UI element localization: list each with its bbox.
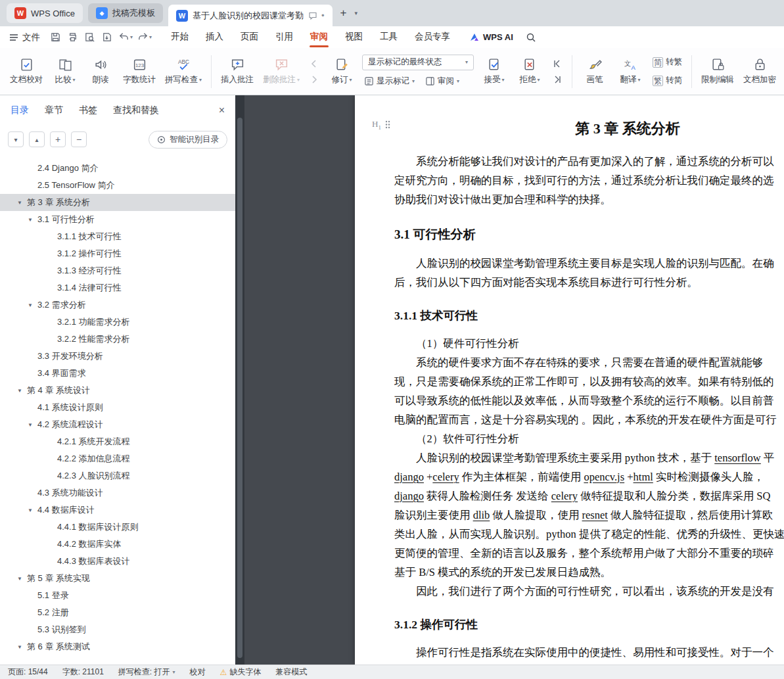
toc-item[interactable]: 4.4.3 数据库表设计 bbox=[0, 553, 235, 570]
show-markup-button[interactable]: 显示标记 ▾ bbox=[362, 74, 417, 89]
tab-list-caret-icon[interactable]: ▾ bbox=[354, 10, 357, 16]
search-icon[interactable] bbox=[522, 30, 540, 45]
sidebar-tab-find-replace[interactable]: 查找和替换 bbox=[113, 105, 159, 116]
toc-zoom-out-button[interactable]: − bbox=[71, 131, 87, 147]
scrollbar-thumb[interactable] bbox=[237, 118, 242, 658]
to-simplified-button[interactable]: 繁 转简 bbox=[651, 74, 684, 88]
print-preview-button[interactable] bbox=[81, 30, 98, 45]
toc-item[interactable]: 3.4 界面需求 bbox=[0, 365, 235, 382]
spellcheck-toggle[interactable]: 拼写检查: 打开 ▾ bbox=[118, 667, 175, 678]
missing-font-warning[interactable]: ⚠ 缺失字体 bbox=[220, 667, 262, 678]
toc-item[interactable]: 4.4.1 数据库设计原则 bbox=[0, 519, 235, 536]
toc-item[interactable]: 4.2.3 人脸识别流程 bbox=[0, 467, 235, 484]
toc-item[interactable]: ▼3.2 需求分析 bbox=[0, 296, 235, 314]
export-pdf-button[interactable] bbox=[98, 30, 115, 45]
spell-check-button[interactable]: ABC 拼写检查▾ bbox=[160, 51, 206, 92]
new-tab-button[interactable]: + bbox=[338, 7, 350, 20]
word-count-indicator[interactable]: 字数: 21101 bbox=[62, 667, 104, 678]
toc-item[interactable]: 5.1 登录 bbox=[0, 587, 235, 604]
toc-item[interactable]: 4.2.1 系统开发流程 bbox=[0, 433, 235, 450]
undo-caret-icon[interactable]: ▾ bbox=[130, 34, 133, 40]
tab-docer-template[interactable]: ◆ 找稿壳模板 bbox=[88, 3, 163, 23]
toc-collapse-arrow-icon[interactable]: ▼ bbox=[17, 644, 27, 650]
toc-collapse-all-button[interactable]: ▴ bbox=[29, 131, 45, 147]
menu-member[interactable]: 会员专享 bbox=[406, 26, 459, 48]
toc-zoom-in-button[interactable]: + bbox=[50, 131, 66, 147]
toc-item[interactable]: ▼3.1 可行性分析 bbox=[0, 211, 235, 228]
toc-item[interactable]: 2.4 Django 简介 bbox=[0, 160, 235, 177]
track-changes-button[interactable]: 修订▾ bbox=[324, 51, 359, 92]
markup-state-dropdown[interactable]: 显示标记的最终状态 ▾ bbox=[362, 55, 474, 70]
toc-item[interactable]: 5.3 识别签到 bbox=[0, 621, 235, 638]
menu-view[interactable]: 视图 bbox=[336, 26, 371, 48]
menu-page[interactable]: 页面 bbox=[232, 26, 267, 48]
translate-button[interactable]: 文A 翻译▾ bbox=[612, 51, 648, 92]
toc-item[interactable]: ▼第 4 章 系统设计 bbox=[0, 382, 235, 399]
read-aloud-button[interactable]: 朗读 bbox=[83, 51, 118, 92]
sidebar-tab-chapters[interactable]: 章节 bbox=[45, 105, 63, 116]
toc-item[interactable]: 4.4.2 数据库实体 bbox=[0, 536, 235, 553]
toc-item[interactable]: 4.1 系统设计原则 bbox=[0, 399, 235, 416]
toc-item[interactable]: ▼第 6 章 系统测试 bbox=[0, 638, 235, 655]
tab-active-document[interactable]: W 基于人脸识别的校园课堂考勤 • bbox=[168, 5, 333, 26]
toc-collapse-arrow-icon[interactable]: ▼ bbox=[17, 200, 27, 206]
next-change-button[interactable] bbox=[549, 74, 565, 85]
brush-button[interactable]: 画笔 bbox=[577, 51, 612, 92]
previous-change-button[interactable] bbox=[549, 58, 565, 70]
heading-handle[interactable]: H1 bbox=[372, 119, 390, 131]
encrypt-doc-button[interactable]: 文档加密 bbox=[739, 51, 781, 92]
page-indicator[interactable]: 页面: 15/44 bbox=[8, 667, 48, 678]
toc-item[interactable]: 3.1.2 操作可行性 bbox=[0, 245, 235, 262]
comment-bubble-icon[interactable] bbox=[308, 11, 317, 20]
toc-item[interactable]: 4.3 系统功能设计 bbox=[0, 484, 235, 502]
proofread-indicator[interactable]: 校对 bbox=[190, 667, 206, 678]
toc-item[interactable]: 3.2.1 功能需求分析 bbox=[0, 314, 235, 331]
toc-item[interactable]: ▼第 3 章 系统分析 bbox=[0, 194, 235, 211]
menu-insert[interactable]: 插入 bbox=[197, 26, 232, 48]
toc-collapse-arrow-icon[interactable]: ▼ bbox=[28, 302, 37, 308]
wps-ai-button[interactable]: WPS AI bbox=[469, 32, 513, 43]
restrict-edit-button[interactable]: 限制编辑 bbox=[697, 51, 739, 92]
toc-collapse-arrow-icon[interactable]: ▼ bbox=[17, 388, 27, 394]
toc-item[interactable]: ▼4.2 系统流程设计 bbox=[0, 416, 235, 433]
menu-home[interactable]: 开始 bbox=[162, 26, 197, 48]
file-menu-button[interactable]: 文件 bbox=[7, 32, 47, 43]
insert-comment-button[interactable]: 插入批注 bbox=[216, 51, 258, 92]
review-pane-button[interactable]: 审阅 ▾ bbox=[423, 74, 461, 89]
word-count-button[interactable]: 123 字数统计 bbox=[118, 51, 160, 92]
to-traditional-button[interactable]: 简 转繁 bbox=[651, 55, 684, 70]
toc-item[interactable]: 3.1.4 法律可行性 bbox=[0, 279, 235, 296]
toc-item[interactable]: 3.3 开发环境分析 bbox=[0, 348, 235, 365]
toc-collapse-arrow-icon[interactable]: ▼ bbox=[28, 217, 37, 223]
menu-review[interactable]: 审阅 bbox=[302, 26, 336, 48]
toc-item[interactable]: 2.5 TensorFlow 简介 bbox=[0, 177, 235, 194]
menu-tools[interactable]: 工具 bbox=[371, 26, 406, 48]
smart-toc-button[interactable]: 智能识别目录 bbox=[149, 131, 227, 149]
sidebar-tab-toc[interactable]: 目录 bbox=[11, 105, 29, 116]
redo-caret-icon[interactable]: ▾ bbox=[149, 34, 152, 40]
menu-reference[interactable]: 引用 bbox=[267, 26, 302, 48]
print-button[interactable] bbox=[64, 30, 81, 45]
toc-item[interactable]: 5.2 注册 bbox=[0, 604, 235, 621]
save-button[interactable] bbox=[47, 30, 64, 45]
toc-collapse-arrow-icon[interactable]: ▼ bbox=[28, 422, 37, 428]
toc-item[interactable]: 3.1.1 技术可行性 bbox=[0, 228, 235, 245]
toc-expand-all-button[interactable]: ▾ bbox=[8, 131, 24, 147]
sidebar-tab-bookmarks[interactable]: 书签 bbox=[79, 105, 97, 116]
drag-handle-icon[interactable] bbox=[385, 120, 390, 129]
compare-button[interactable]: 比较▾ bbox=[47, 51, 83, 92]
tab-wps-office[interactable]: W WPS Office bbox=[7, 3, 83, 23]
compat-mode-indicator[interactable]: 兼容模式 bbox=[275, 667, 307, 678]
doc-permission-button[interactable]: 文档权限 bbox=[781, 51, 784, 92]
toc-item[interactable]: ▼4.4 数据库设计 bbox=[0, 502, 235, 519]
toc-collapse-arrow-icon[interactable]: ▼ bbox=[28, 507, 37, 513]
accept-button[interactable]: 接受▾ bbox=[476, 51, 512, 92]
proofread-button[interactable]: 文档校对 bbox=[5, 51, 47, 92]
toc-item[interactable]: 3.1.3 经济可行性 bbox=[0, 262, 235, 279]
document-page[interactable]: H1 第 3 章 系统分析系统分析能够让我们对设计的产品有更加深入的了解，通过系… bbox=[355, 95, 784, 665]
close-icon[interactable]: × bbox=[219, 105, 225, 116]
toc-collapse-arrow-icon[interactable]: ▼ bbox=[17, 576, 27, 582]
sidebar-scrollbar[interactable] bbox=[235, 95, 244, 665]
reject-button[interactable]: 拒绝▾ bbox=[512, 51, 547, 92]
toc-item[interactable]: 3.2.2 性能需求分析 bbox=[0, 331, 235, 348]
